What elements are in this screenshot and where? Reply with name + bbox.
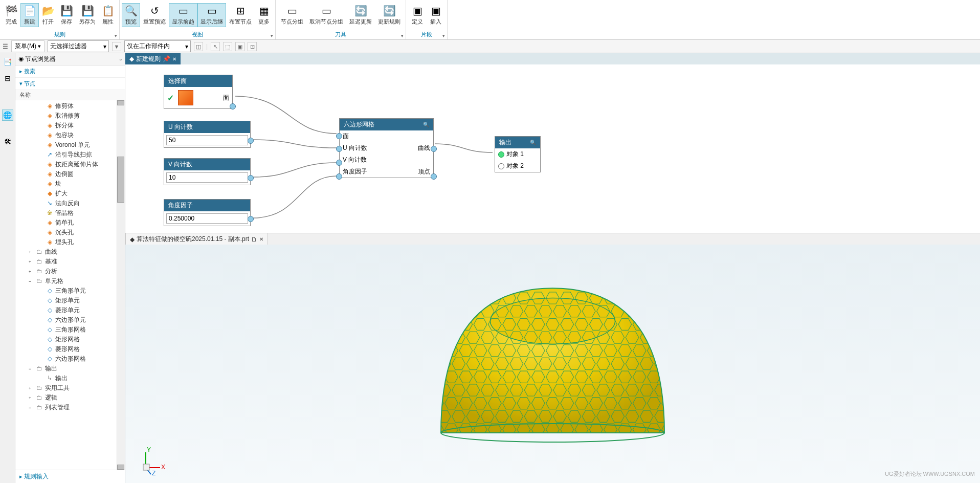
node-angle-factor[interactable]: 角度因子: [164, 199, 251, 226]
tree-item-拆分体[interactable]: ◈拆分体: [15, 121, 125, 130]
ribbon-取消节点分组[interactable]: ▭取消节点分组: [306, 3, 346, 27]
tree-item-基准[interactable]: +🗀基准: [15, 257, 125, 267]
tree-item-菱形单元[interactable]: ◇菱形单元: [15, 305, 125, 315]
panel-dock-icon[interactable]: ▫: [120, 56, 122, 63]
ribbon-完成[interactable]: 🏁完成: [2, 3, 20, 27]
scroll-down-arrow[interactable]: [117, 465, 124, 470]
3d-viewport[interactable]: Y X Z UG爱好者论坛 WWW.UGSNX.COM: [125, 245, 980, 483]
tree-item-沿引导线扫掠[interactable]: ↗沿引导线扫掠: [15, 150, 125, 160]
output-port[interactable]: [230, 103, 236, 109]
vtb-btn-1[interactable]: 📑: [2, 56, 13, 68]
ribbon-延迟更新[interactable]: 🔄延迟更新: [346, 3, 375, 27]
output-port[interactable]: [248, 216, 254, 222]
tree-item-曲线[interactable]: +🗀曲线: [15, 247, 125, 257]
tree-item-简单孔[interactable]: ◈简单孔: [15, 218, 125, 228]
vtb-btn-3[interactable]: 🌐: [2, 109, 13, 121]
input-port-obj2[interactable]: [498, 163, 504, 169]
node-u-count[interactable]: U 向计数: [164, 121, 251, 148]
input-port-angle[interactable]: [336, 173, 342, 180]
section-nodes[interactable]: 节点: [15, 78, 125, 90]
scope-filter-combo[interactable]: 仅在工作部件内▾: [124, 40, 191, 52]
ribbon-显示前趋[interactable]: ▭显示前趋: [169, 3, 197, 27]
tree-item-管晶格[interactable]: ※管晶格: [15, 208, 125, 218]
ribbon-打开[interactable]: 📂打开: [39, 3, 57, 27]
ribbon-重置预览[interactable]: ↺重置预览: [140, 3, 169, 27]
ribbon-布置节点[interactable]: ⊞布置节点: [226, 3, 255, 27]
ribbon-节点分组[interactable]: ▭节点分组: [278, 3, 306, 27]
angle-factor-input[interactable]: [166, 213, 248, 224]
input-port-u[interactable]: [336, 146, 342, 152]
ribbon-更多[interactable]: ▦更多: [255, 3, 273, 27]
toolbar-icon-4[interactable]: ▣: [235, 42, 244, 51]
tree-toggle[interactable]: +: [29, 386, 34, 391]
tree-item-实用工具[interactable]: +🗀实用工具: [15, 383, 125, 393]
ribbon-预览[interactable]: 🔍预览: [122, 3, 140, 27]
output-port[interactable]: [248, 175, 254, 181]
ribbon-group-expand[interactable]: ▾: [401, 33, 404, 38]
tree-toggle[interactable]: −: [29, 366, 34, 371]
input-port-face[interactable]: [336, 133, 342, 139]
input-port-obj1[interactable]: [498, 151, 504, 158]
tree-toggle[interactable]: +: [29, 259, 34, 265]
menu-hamburger[interactable]: ☰: [3, 43, 8, 50]
node-select-face[interactable]: 选择面 ✓ 面: [164, 75, 233, 109]
toolbar-icon-2[interactable]: ↖: [211, 42, 220, 51]
tree-item-修剪体[interactable]: ◈修剪体: [15, 101, 125, 111]
magnify-icon[interactable]: 🔍: [530, 140, 536, 145]
part-tab[interactable]: ◆ 算法特征做的镂空碗2025.01.15 - 副本.prt 🗋 ✕: [125, 233, 268, 245]
tree-scrollbar[interactable]: [117, 100, 125, 470]
tree-toggle[interactable]: +: [29, 250, 34, 255]
node-output[interactable]: 输出 🔍 对象 1 对象 2: [495, 136, 541, 172]
ribbon-更新规则[interactable]: 🔄更新规则: [375, 3, 404, 27]
tree-toggle[interactable]: +: [29, 269, 34, 274]
tree-item-取消修剪[interactable]: ◈取消修剪: [15, 111, 125, 121]
tree-item-分析[interactable]: +🗀分析: [15, 267, 125, 276]
tree-item-按距离延伸片体[interactable]: ◈按距离延伸片体: [15, 160, 125, 169]
tree-item-包容块[interactable]: ◈包容块: [15, 130, 125, 140]
tree-item-Voronoi 单元[interactable]: ◈Voronoi 单元: [15, 140, 125, 150]
close-icon[interactable]: ✕: [259, 236, 263, 242]
tree-toggle[interactable]: +: [29, 396, 34, 401]
tree-item-矩形单元[interactable]: ◇矩形单元: [15, 296, 125, 305]
tree-item-逻辑[interactable]: +🗀逻辑: [15, 393, 125, 403]
tree-item-菱形网格[interactable]: ◇菱形网格: [15, 344, 125, 354]
ribbon-group-expand[interactable]: ▾: [442, 33, 445, 38]
close-icon[interactable]: ✕: [172, 56, 176, 62]
u-count-input[interactable]: [166, 135, 248, 145]
tree-item-列表管理[interactable]: −🗀列表管理: [15, 403, 125, 412]
ribbon-group-expand[interactable]: ▾: [115, 33, 117, 38]
tree-item-单元格[interactable]: −🗀单元格: [15, 276, 125, 286]
tree-item-输出[interactable]: −🗀输出: [15, 364, 125, 374]
tree-item-法向反向[interactable]: ↘法向反向: [15, 199, 125, 208]
section-search[interactable]: 搜索: [15, 65, 125, 78]
node-v-count[interactable]: V 向计数: [164, 158, 251, 185]
tree-toggle[interactable]: −: [29, 279, 34, 284]
input-port-v[interactable]: [336, 160, 342, 166]
toolbar-icon-3[interactable]: ⬚: [223, 42, 232, 51]
output-port-curve[interactable]: [431, 146, 437, 152]
ribbon-group-expand[interactable]: ▾: [271, 33, 273, 38]
tree-item-六边形网格[interactable]: ◇六边形网格: [15, 354, 125, 364]
rule-tab[interactable]: ◆ 新建规则 📌 ✕: [125, 53, 181, 65]
output-port[interactable]: [248, 138, 254, 144]
selection-filter-combo[interactable]: 无选择过滤器▾: [48, 40, 109, 52]
tree-item-三角形单元[interactable]: ◇三角形单元: [15, 286, 125, 296]
scroll-thumb[interactable]: [117, 157, 124, 203]
tab-pin-icon[interactable]: 📌: [163, 55, 170, 62]
tree-item-边倒圆[interactable]: ◈边倒圆: [15, 169, 125, 179]
node-hex-mesh[interactable]: 六边形网格 🔍 面 U 向计数曲线 V 向计数 角度因子顶点: [339, 118, 434, 178]
tree-item-输出[interactable]: ↳输出: [15, 374, 125, 383]
ribbon-保存[interactable]: 💾保存: [57, 3, 76, 27]
panel-footer[interactable]: ▸ 规则输入: [15, 470, 125, 483]
v-count-input[interactable]: [166, 172, 248, 183]
ribbon-插入[interactable]: ▣插入: [427, 3, 445, 27]
ribbon-另存为[interactable]: 💾另存为: [76, 3, 99, 27]
vtb-btn-4[interactable]: 🛠: [2, 136, 13, 147]
node-graph-canvas[interactable]: 选择面 ✓ 面 U 向计数 V 向计数: [125, 64, 980, 233]
toolbar-icon-1[interactable]: ◫: [194, 42, 203, 51]
scroll-up-arrow[interactable]: [117, 100, 124, 105]
tree-item-沉头孔[interactable]: ◈沉头孔: [15, 228, 125, 237]
ribbon-新建[interactable]: 📄新建: [20, 3, 39, 27]
magnify-icon[interactable]: 🔍: [423, 122, 429, 127]
tree-item-块[interactable]: ◈块: [15, 179, 125, 189]
